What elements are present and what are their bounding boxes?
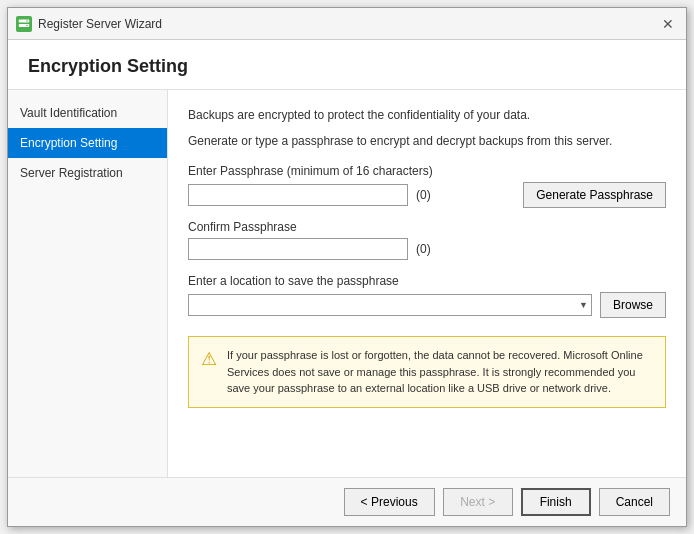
confirm-passphrase-row: (0) [188,238,666,260]
passphrase-label: Enter Passphrase (minimum of 16 characte… [188,164,666,178]
passphrase-count: (0) [416,188,431,202]
sidebar-item-vault-identification[interactable]: Vault Identification [8,98,167,128]
passphrase-row: (0) Generate Passphrase [188,182,666,208]
location-select[interactable] [188,294,592,316]
location-row: Browse [188,292,666,318]
close-button[interactable]: ✕ [658,14,678,34]
next-button[interactable]: Next > [443,488,513,516]
cancel-button[interactable]: Cancel [599,488,670,516]
sidebar-item-encryption-setting[interactable]: Encryption Setting [8,128,167,158]
confirm-count: (0) [416,242,431,256]
location-select-wrapper [188,294,592,316]
dialog-body: Vault Identification Encryption Setting … [8,90,686,477]
browse-button[interactable]: Browse [600,292,666,318]
passphrase-input[interactable] [188,184,408,206]
title-bar-text: Register Server Wizard [38,17,658,31]
previous-button[interactable]: < Previous [344,488,435,516]
title-bar: Register Server Wizard ✕ [8,8,686,40]
sidebar-item-server-registration[interactable]: Server Registration [8,158,167,188]
svg-point-3 [26,24,28,26]
page-title: Encryption Setting [28,56,666,77]
sidebar: Vault Identification Encryption Setting … [8,90,168,477]
app-icon [16,16,32,32]
info-line-1: Backups are encrypted to protect the con… [188,106,666,124]
info-line-2: Generate or type a passphrase to encrypt… [188,132,666,150]
confirm-passphrase-input[interactable] [188,238,408,260]
warning-box: ⚠ If your passphrase is lost or forgotte… [188,336,666,408]
finish-button[interactable]: Finish [521,488,591,516]
dialog-footer: < Previous Next > Finish Cancel [8,477,686,526]
location-label: Enter a location to save the passphrase [188,274,666,288]
main-content: Backups are encrypted to protect the con… [168,90,686,477]
register-server-dialog: Register Server Wizard ✕ Encryption Sett… [7,7,687,527]
dialog-header: Encryption Setting [8,40,686,90]
warning-text: If your passphrase is lost or forgotten,… [227,347,653,397]
warning-icon: ⚠ [201,348,217,370]
confirm-passphrase-label: Confirm Passphrase [188,220,666,234]
generate-passphrase-button[interactable]: Generate Passphrase [523,182,666,208]
svg-point-2 [26,20,28,22]
